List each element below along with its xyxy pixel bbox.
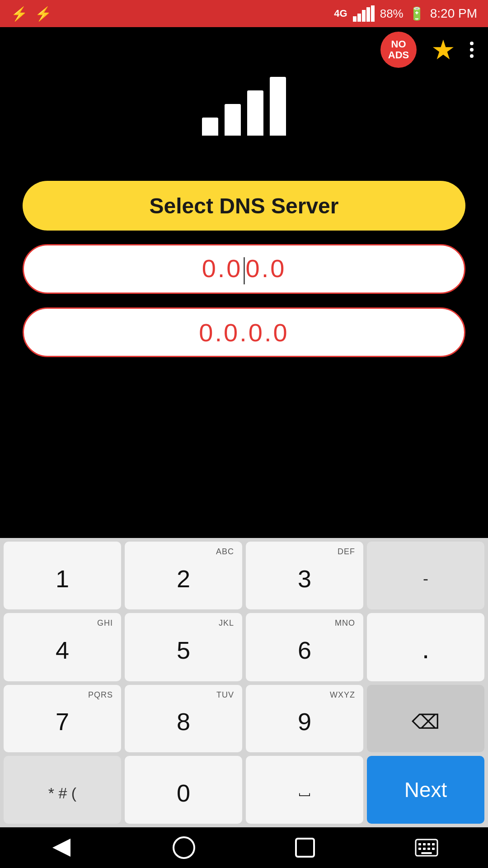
battery-icon: 🔋 <box>409 6 425 21</box>
nav-bar <box>0 827 488 868</box>
svg-rect-2 <box>362 10 366 22</box>
battery: 88% <box>380 7 404 21</box>
key-2[interactable]: ABC 2 <box>125 542 242 609</box>
svg-rect-0 <box>353 16 357 22</box>
nav-back-button[interactable] <box>50 836 73 859</box>
svg-rect-13 <box>427 848 430 850</box>
key-period[interactable]: . <box>367 613 484 681</box>
next-button[interactable]: Next <box>367 756 484 824</box>
keyboard-icon <box>415 839 438 857</box>
svg-rect-1 <box>357 14 361 22</box>
usb-icon: ⚡ <box>11 6 28 22</box>
key-4[interactable]: GHI 4 <box>4 613 121 681</box>
svg-rect-8 <box>423 843 426 845</box>
key-space[interactable]: ⎵ <box>246 756 363 824</box>
select-dns-button[interactable]: Select DNS Server <box>23 181 465 231</box>
signal-icon <box>353 5 375 22</box>
usb2-icon: ⚡ <box>35 6 52 22</box>
cursor <box>244 257 245 284</box>
key-backspace[interactable]: ⌫ <box>367 685 484 753</box>
svg-rect-3 <box>366 7 370 22</box>
back-icon <box>50 836 73 859</box>
main-content: Select DNS Server 0.00.0 0.0.0.0 <box>0 154 488 538</box>
network-type: 4G <box>334 8 347 19</box>
recents-icon <box>295 838 315 858</box>
signal-bar-4 <box>270 77 286 136</box>
more-menu-button[interactable] <box>470 42 474 58</box>
key-8[interactable]: TUV 8 <box>125 685 242 753</box>
key-6[interactable]: MNO 6 <box>246 613 363 681</box>
key-5[interactable]: JKL 5 <box>125 613 242 681</box>
keyboard: 1 ABC 2 DEF 3 - GHI 4 JKL 5 MNO 6 . PQRS… <box>0 538 488 827</box>
svg-marker-5 <box>52 839 70 857</box>
dns-primary-value: 0.00.0 <box>202 254 286 284</box>
no-ads-button[interactable]: NO ADS <box>380 32 417 68</box>
key-3[interactable]: DEF 3 <box>246 542 363 609</box>
signal-bars-display <box>202 77 286 136</box>
svg-rect-4 <box>371 5 375 22</box>
dns-primary-input[interactable]: 0.00.0 <box>23 244 465 294</box>
svg-rect-9 <box>427 843 430 845</box>
status-right: 4G 88% 🔋 8:20 PM <box>334 5 477 22</box>
status-bar: ⚡ ⚡ 4G 88% 🔋 8:20 PM <box>0 0 488 27</box>
clock: 8:20 PM <box>430 6 477 21</box>
key-1[interactable]: 1 <box>4 542 121 609</box>
home-icon <box>173 836 195 859</box>
key-9[interactable]: WXYZ 9 <box>246 685 363 753</box>
signal-bar-1 <box>202 118 218 136</box>
signal-bar-2 <box>225 104 241 136</box>
svg-rect-12 <box>423 848 426 850</box>
nav-home-button[interactable] <box>173 836 195 859</box>
select-dns-label: Select DNS Server <box>150 193 339 218</box>
key-7[interactable]: PQRS 7 <box>4 685 121 753</box>
dns-secondary-value: 0.0.0.0 <box>199 318 289 347</box>
key-dash[interactable]: - <box>367 542 484 609</box>
nav-keyboard-button[interactable] <box>415 839 438 857</box>
dns-secondary-input[interactable]: 0.0.0.0 <box>23 307 465 357</box>
key-0[interactable]: 0 <box>125 756 242 824</box>
svg-rect-11 <box>418 848 421 850</box>
nav-recents-button[interactable] <box>295 838 315 858</box>
status-left: ⚡ ⚡ <box>11 6 52 22</box>
svg-rect-10 <box>432 843 435 845</box>
signal-display <box>0 72 488 154</box>
svg-rect-7 <box>418 843 421 845</box>
svg-rect-14 <box>432 848 435 850</box>
svg-rect-15 <box>421 852 432 854</box>
signal-bar-3 <box>247 90 263 136</box>
favorite-icon[interactable]: ★ <box>431 34 455 66</box>
app-header: NO ADS ★ <box>0 27 488 72</box>
key-symbols[interactable]: * # ( <box>4 756 121 824</box>
